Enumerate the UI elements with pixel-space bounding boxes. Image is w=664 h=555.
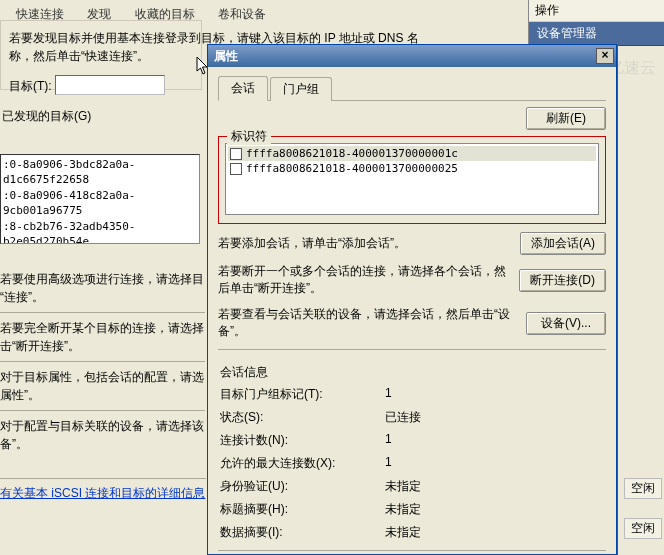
val-portal: 1 bbox=[385, 386, 604, 403]
bg-session-item[interactable]: :0-8a0906-418c82a0a-9cb001a96775 bbox=[3, 188, 197, 219]
bg-hint-prop: 对于目标属性，包括会话的配置，请选 bbox=[0, 368, 205, 386]
checkbox-icon[interactable] bbox=[230, 148, 242, 160]
hint-disconnect: 若要断开一个或多个会话的连接，请选择各个会话，然后单击“断开连接”。 bbox=[218, 263, 511, 298]
tab-session[interactable]: 会话 bbox=[218, 76, 268, 101]
bg-session-item[interactable]: :0-8a0906-3bdc82a0a-d1c6675f22658 bbox=[3, 157, 197, 188]
bg-hint-disc2: 击“断开连接”。 bbox=[0, 337, 205, 355]
identifier-item[interactable]: ffffa8008621018-400001370000001c bbox=[228, 146, 596, 161]
lbl-auth: 身份验证(U): bbox=[220, 478, 385, 495]
identifier-text: ffffa8008621018-4000013700000025 bbox=[246, 162, 458, 175]
bg-quick-desc2: 称，然后单击“快速连接”。 bbox=[9, 47, 193, 65]
idle-2: 空闲 bbox=[624, 518, 662, 539]
tab-portal-group[interactable]: 门户组 bbox=[270, 77, 332, 101]
identifier-text: ffffa8008621018-400001370000001c bbox=[246, 147, 458, 160]
bg-target-input[interactable] bbox=[55, 75, 165, 95]
right-ops-label: 操作 bbox=[529, 0, 664, 22]
bg-discovered-label: 已发现的目标(G) bbox=[2, 108, 91, 125]
lbl-state: 状态(S): bbox=[220, 409, 385, 426]
checkbox-icon[interactable] bbox=[230, 163, 242, 175]
val-auth: 未指定 bbox=[385, 478, 604, 495]
dialog-title: 属性 bbox=[214, 48, 238, 65]
lbl-header-digest: 标题摘要(H): bbox=[220, 501, 385, 518]
hint-devices: 若要查看与会话关联的设备，请选择会话，然后单击“设备”。 bbox=[218, 306, 518, 341]
bg-more-info-link[interactable]: 有关基本 iSCSI 连接和目标的详细信息 bbox=[0, 486, 205, 500]
devices-button[interactable]: 设备(V)... bbox=[526, 312, 606, 335]
val-state: 已连接 bbox=[385, 409, 604, 426]
val-conn-count: 1 bbox=[385, 432, 604, 449]
identifier-legend: 标识符 bbox=[227, 128, 271, 145]
session-info-group: 会话信息 目标门户组标记(T):1 状态(S):已连接 连接计数(N):1 允许… bbox=[218, 356, 606, 544]
close-button[interactable]: × bbox=[596, 48, 614, 64]
titlebar[interactable]: 属性 × bbox=[208, 45, 616, 67]
tab-row: 会话 门户组 bbox=[218, 75, 606, 101]
lbl-conn-count: 连接计数(N): bbox=[220, 432, 385, 449]
bg-hint-conn2: “连接”。 bbox=[0, 288, 205, 306]
val-data-digest: 未指定 bbox=[385, 524, 604, 541]
properties-dialog: 属性 × 会话 门户组 刷新(E) 标识符 ffffa8008621018-40… bbox=[207, 44, 617, 555]
identifier-group: 标识符 ffffa8008621018-400001370000001c fff… bbox=[218, 136, 606, 224]
lbl-data-digest: 数据摘要(I): bbox=[220, 524, 385, 541]
identifier-list[interactable]: ffffa8008621018-400001370000001c ffffa80… bbox=[225, 143, 599, 215]
identifier-item[interactable]: ffffa8008621018-4000013700000025 bbox=[228, 161, 596, 176]
bg-hint-dev2: 备”。 bbox=[0, 435, 205, 453]
bg-quick-group: 若要发现目标并使用基本连接登录到目标，请键入该目标的 IP 地址或 DNS 名 … bbox=[0, 20, 202, 90]
val-max-conn: 1 bbox=[385, 455, 604, 472]
bg-target-label: 目标(T): bbox=[9, 79, 52, 93]
refresh-button[interactable]: 刷新(E) bbox=[526, 107, 606, 130]
right-devmgr[interactable]: 设备管理器 bbox=[529, 22, 664, 46]
bg-hint-disc: 若要完全断开某个目标的连接，请选择 bbox=[0, 319, 205, 337]
bg-hint-conn: 若要使用高级选项进行连接，请选择目 bbox=[0, 270, 205, 288]
disconnect-button[interactable]: 断开连接(D) bbox=[519, 269, 606, 292]
bg-tab-vol[interactable]: 卷和设备 bbox=[208, 3, 276, 26]
idle-1: 空闲 bbox=[624, 478, 662, 499]
val-header-digest: 未指定 bbox=[385, 501, 604, 518]
bg-session-item[interactable]: :8-cb2b76-32adb4350-b2e05d270b54e bbox=[3, 219, 197, 244]
hint-add-session: 若要添加会话，请单击“添加会话”。 bbox=[218, 235, 512, 252]
bg-session-list[interactable]: :0-8a0906-3bdc82a0a-d1c6675f22658 :0-8a0… bbox=[0, 154, 200, 244]
add-session-button[interactable]: 添加会话(A) bbox=[520, 232, 606, 255]
session-info-title: 会话信息 bbox=[220, 364, 606, 381]
bg-hint-dev: 对于配置与目标关联的设备，请选择该 bbox=[0, 417, 205, 435]
lbl-portal: 目标门户组标记(T): bbox=[220, 386, 385, 403]
bg-hint-prop2: 属性”。 bbox=[0, 386, 205, 404]
lbl-max-conn: 允许的最大连接数(X): bbox=[220, 455, 385, 472]
bg-quick-desc1: 若要发现目标并使用基本连接登录到目标，请键入该目标的 IP 地址或 DNS 名 bbox=[9, 29, 193, 47]
